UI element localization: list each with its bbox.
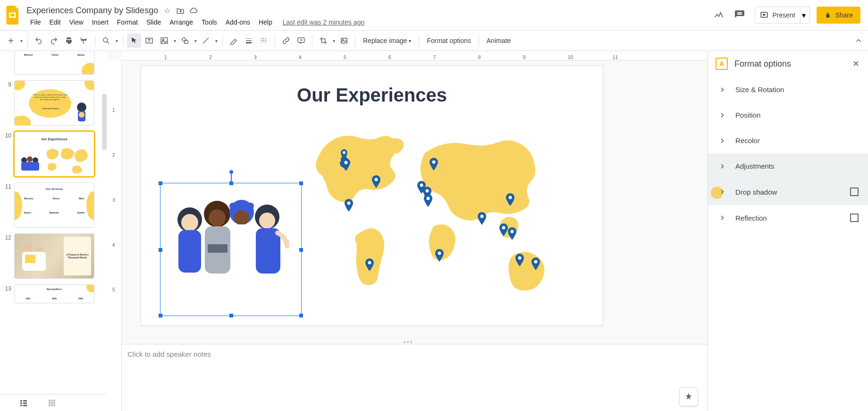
- reflection-checkbox[interactable]: [850, 214, 859, 222]
- undo-button[interactable]: [32, 34, 46, 48]
- chevron-right-icon: [717, 137, 727, 144]
- menu-slide[interactable]: Slide: [143, 17, 165, 28]
- present-dropdown[interactable]: ▾: [799, 7, 810, 24]
- mask-dropdown[interactable]: ▾: [331, 38, 336, 43]
- notes-drag-handle[interactable]: [404, 341, 412, 343]
- menu-arrange[interactable]: Arrange: [166, 17, 197, 28]
- doc-title[interactable]: Experiences Company by Slidesgo: [26, 6, 158, 16]
- select-tool[interactable]: [127, 34, 141, 48]
- svg-point-3: [103, 38, 108, 42]
- resize-handle-n[interactable]: [229, 181, 233, 185]
- panel-position[interactable]: Position: [708, 103, 868, 128]
- svg-rect-23: [20, 400, 22, 402]
- selection-box[interactable]: [160, 183, 302, 316]
- image-dropdown[interactable]: ▾: [172, 38, 177, 43]
- star-icon[interactable]: ☆: [163, 7, 171, 15]
- shape-dropdown[interactable]: ▾: [193, 38, 198, 43]
- view-switch: [0, 394, 107, 411]
- panel-reflection[interactable]: Reflection: [708, 205, 868, 231]
- link-tool[interactable]: [279, 34, 293, 48]
- resize-handle-s[interactable]: [229, 314, 233, 317]
- canvas[interactable]: 1 2 3 4 5 6 7 8 9 10 11 1 2 3 4 5 Our Ex…: [108, 51, 708, 411]
- svg-point-19: [23, 243, 33, 253]
- crop-tool[interactable]: [316, 34, 330, 48]
- resize-handle-ne[interactable]: [299, 181, 303, 185]
- menu-file[interactable]: File: [26, 17, 45, 28]
- slide-thumb-11[interactable]: Our Services Mercury Venus Mars Saturn N…: [14, 182, 94, 228]
- replace-image-button[interactable]: Replace image▾: [359, 37, 415, 44]
- panel-adjustments[interactable]: Adjustments: [708, 154, 868, 179]
- resize-handle-sw[interactable]: [159, 314, 162, 317]
- collapse-toolbar-icon[interactable]: [853, 35, 864, 46]
- resize-handle-se[interactable]: [299, 314, 303, 317]
- filmstrip-scrollbar[interactable]: [102, 94, 107, 150]
- explore-button[interactable]: [679, 387, 698, 406]
- menu-addons[interactable]: Add-ons: [222, 17, 254, 28]
- slide-canvas[interactable]: Our Experiences: [141, 65, 603, 326]
- last-edit-link[interactable]: Last edit was 2 minutes ago: [283, 18, 365, 26]
- svg-rect-10: [341, 38, 347, 43]
- slide-thumb-8[interactable]: Our Philosophy Mission Vision Values: [14, 51, 94, 75]
- shape-tool[interactable]: [178, 34, 192, 48]
- svg-rect-35: [49, 404, 51, 406]
- menu-view[interactable]: View: [66, 17, 87, 28]
- new-slide-button[interactable]: [4, 34, 18, 48]
- filmstrip-view-icon[interactable]: [19, 398, 28, 408]
- close-panel-icon[interactable]: ✕: [852, 59, 860, 69]
- svg-rect-30: [51, 400, 53, 402]
- slide-thumb-9[interactable]: "This is a quote, words full of wisdom t…: [14, 80, 94, 126]
- slides-app-icon[interactable]: [4, 6, 23, 25]
- speaker-notes[interactable]: Click to add speaker notes: [122, 344, 708, 411]
- paint-format-button[interactable]: [77, 34, 91, 48]
- share-button[interactable]: Share: [817, 7, 860, 24]
- resize-handle-nw[interactable]: [159, 181, 162, 185]
- svg-point-14: [79, 112, 84, 118]
- panel-size-rotation[interactable]: Size & Rotation: [708, 77, 868, 103]
- menubar: File Edit View Insert Format Slide Arran…: [26, 17, 713, 28]
- border-dash-tool[interactable]: [257, 34, 271, 48]
- format-options-button[interactable]: Format options: [423, 37, 474, 44]
- new-slide-dropdown[interactable]: ▾: [19, 38, 24, 43]
- drop-shadow-checkbox[interactable]: [850, 188, 859, 196]
- panel-drop-shadow[interactable]: Drop shadow: [708, 179, 868, 205]
- redo-button[interactable]: [47, 34, 61, 48]
- cloud-status-icon[interactable]: [189, 7, 198, 15]
- menu-help[interactable]: Help: [255, 17, 276, 28]
- zoom-dropdown[interactable]: ▾: [114, 38, 119, 43]
- menu-edit[interactable]: Edit: [46, 17, 65, 28]
- slide-thumb-12[interactable]: A Picture Is Worth a Thousand Words: [14, 233, 94, 279]
- border-weight-tool[interactable]: [242, 34, 256, 48]
- line-dropdown[interactable]: ▾: [214, 38, 219, 43]
- image-tool[interactable]: [157, 34, 171, 48]
- svg-point-12: [77, 103, 86, 112]
- animate-button[interactable]: Animate: [483, 37, 514, 44]
- reset-image-tool[interactable]: [337, 34, 351, 48]
- svg-rect-22: [25, 255, 35, 263]
- svg-point-16: [27, 156, 33, 162]
- panel-recolor[interactable]: Recolor: [708, 128, 868, 154]
- activity-icon[interactable]: [713, 9, 725, 21]
- comments-icon[interactable]: [731, 7, 748, 24]
- move-folder-icon[interactable]: [176, 7, 185, 15]
- menu-insert[interactable]: Insert: [88, 17, 112, 28]
- filmstrip[interactable]: 8 Our Philosophy Mission Vision Values 9: [0, 51, 108, 411]
- comment-tool[interactable]: [294, 34, 308, 48]
- zoom-button[interactable]: [99, 34, 113, 48]
- border-color-tool[interactable]: [227, 34, 241, 48]
- menu-format[interactable]: Format: [113, 17, 142, 28]
- svg-rect-24: [23, 400, 27, 402]
- resize-handle-w[interactable]: [159, 248, 162, 252]
- chevron-right-icon: [717, 86, 727, 93]
- svg-rect-33: [51, 402, 53, 404]
- line-tool[interactable]: [199, 34, 213, 48]
- slide-thumb-13[interactable]: Bestsellers 10% 30% 20%: [14, 284, 94, 303]
- present-button[interactable]: Present: [755, 7, 800, 24]
- menu-tools[interactable]: Tools: [198, 17, 221, 28]
- thumb-num-9: 9: [5, 80, 14, 126]
- slide-thumb-10[interactable]: Our Experiences: [14, 131, 94, 177]
- grid-view-icon[interactable]: [47, 398, 57, 408]
- print-button[interactable]: [62, 34, 76, 48]
- rotate-handle[interactable]: [229, 170, 233, 174]
- resize-handle-e[interactable]: [299, 248, 303, 252]
- textbox-tool[interactable]: [142, 34, 156, 48]
